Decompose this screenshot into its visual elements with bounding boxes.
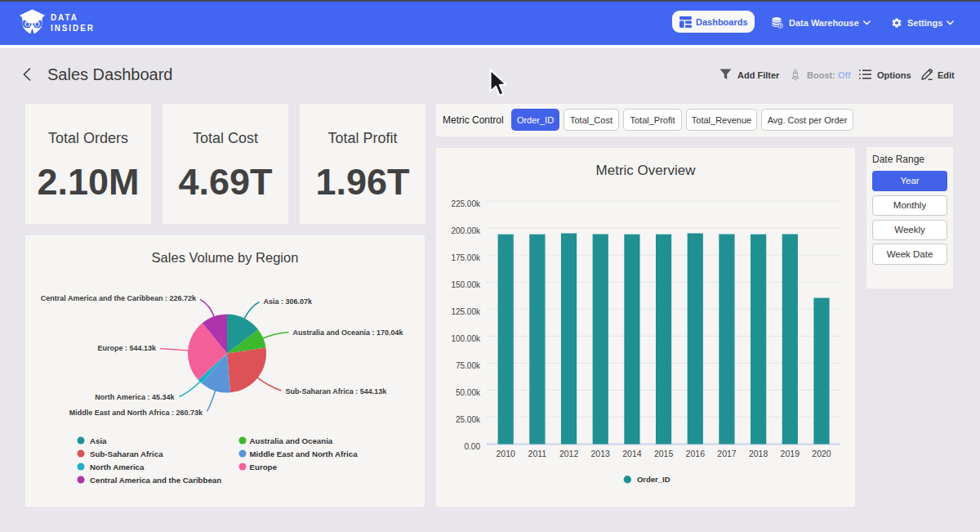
svg-text:2016: 2016 <box>686 449 706 458</box>
svg-text:75.00k: 75.00k <box>456 361 481 370</box>
svg-text:125.00k: 125.00k <box>451 307 481 316</box>
svg-text:175.00k: 175.00k <box>451 253 481 262</box>
svg-text:2014: 2014 <box>622 449 642 458</box>
svg-text:0.00: 0.00 <box>465 442 481 451</box>
svg-text:2011: 2011 <box>528 449 547 458</box>
svg-text:2010: 2010 <box>497 449 516 458</box>
svg-text:25.00k: 25.00k <box>456 415 481 424</box>
svg-text:2015: 2015 <box>654 449 674 458</box>
svg-text:Order_ID: Order_ID <box>637 475 670 484</box>
svg-text:2020: 2020 <box>812 449 831 458</box>
svg-text:150.00k: 150.00k <box>451 280 481 289</box>
svg-text:100.00k: 100.00k <box>451 334 481 343</box>
svg-text:200.00k: 200.00k <box>451 226 481 235</box>
svg-text:2012: 2012 <box>559 449 579 458</box>
svg-text:2017: 2017 <box>717 449 737 458</box>
svg-text:225.00k: 225.00k <box>451 199 481 208</box>
svg-text:2019: 2019 <box>781 449 800 458</box>
svg-text:50.00k: 50.00k <box>456 388 481 397</box>
svg-text:2013: 2013 <box>591 449 611 458</box>
svg-text:2018: 2018 <box>749 449 768 458</box>
